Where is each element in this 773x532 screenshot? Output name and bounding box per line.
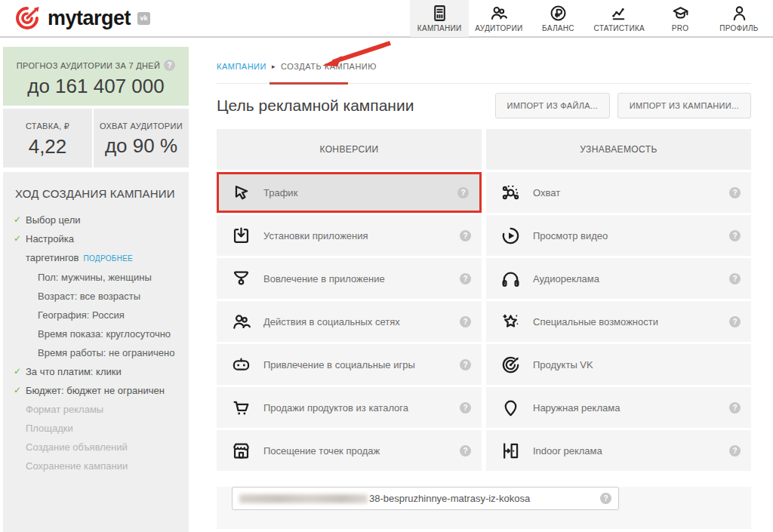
app-install-icon [231, 226, 251, 246]
url-panel: 38-bespruzhinnye-matrasy-iz-kokosa ? [217, 487, 751, 529]
question-icon[interactable]: ? [457, 187, 469, 198]
logo-text: mytarget [48, 7, 131, 30]
progress-step-goal[interactable]: ✓Выбор цели [15, 211, 178, 229]
pro-gradcap-icon [671, 4, 690, 23]
nav-item-audiences[interactable]: АУДИТОРИИ [469, 0, 528, 37]
question-icon[interactable]: ? [729, 273, 741, 284]
goal-row-vk-products[interactable]: Продукты VK [486, 344, 751, 385]
progress-title: ХОД СОЗДАНИЯ КАМПАНИИ [15, 187, 178, 200]
nav-item-statistics[interactable]: СТАТИСТИКА [587, 0, 651, 37]
conversions-column-header: КОНВЕРСИИ [217, 129, 482, 170]
progress-step-label: Создание объявлений [26, 441, 128, 453]
landing-url-input[interactable]: 38-bespruzhinnye-matrasy-iz-kokosa ? [232, 487, 619, 510]
cart-icon [231, 398, 251, 418]
cursor-icon [231, 183, 251, 203]
red-underline-highlight [269, 82, 348, 85]
goal-label: Indoor реклама [533, 445, 602, 457]
breadcrumb-campaigns-link[interactable]: КАМПАНИИ [217, 62, 266, 71]
goal-row-app-engage[interactable]: Вовлечение в приложение? [217, 258, 482, 299]
question-icon[interactable]: ? [164, 60, 175, 71]
goal-row-store-visits[interactable]: Посещение точек продаж? [217, 430, 482, 471]
check-icon: ✓ [14, 362, 21, 381]
campaign-progress-panel: ХОД СОЗДАНИЯ КАМПАНИИ ✓Выбор цели✓Настро… [3, 172, 189, 532]
goal-row-special[interactable]: Специальные возможности? [486, 301, 751, 342]
goal-row-outdoor[interactable]: Наружная реклама? [486, 387, 751, 428]
goal-row-catalog-sales[interactable]: Продажи продуктов из каталога? [217, 387, 482, 428]
question-icon[interactable]: ? [729, 445, 741, 457]
mytarget-logo[interactable]: mytarget vk [14, 5, 150, 32]
goal-label: Наружная реклама [533, 402, 620, 414]
import-from-campaign-button[interactable]: ИМПОРТ ИЗ КАМПАНИИ... [617, 93, 751, 118]
funnel-icon [231, 269, 251, 289]
vk-badge: vk [137, 12, 150, 25]
breadcrumb: КАМПАНИИ ▸ СОЗДАТЬ КАМПАНИЮ [217, 62, 751, 71]
progress-step-label: Выбор цели [26, 214, 80, 226]
awareness-column: УЗНАВАЕМОСТЬ Охват?Просмотр видео?Аудиор… [486, 129, 751, 473]
question-icon[interactable]: ? [460, 445, 471, 457]
check-icon: ✓ [14, 211, 21, 229]
progress-step-save: Сохранение кампании [15, 457, 178, 475]
nav-item-balance[interactable]: БАЛАНС [528, 0, 587, 37]
bid-value: 4,22 [3, 135, 92, 158]
progress-step-label: Сохранение кампании [26, 460, 128, 472]
video-play-icon [500, 226, 521, 246]
nav-item-label: СТАТИСТИКА [593, 24, 645, 32]
bid-stat-box: СТАВКА, ₽ 4,22 [3, 109, 92, 168]
goal-row-reach[interactable]: Охват? [486, 172, 751, 213]
map-pin-icon [500, 398, 521, 418]
progress-step-targeting[interactable]: ✓Настройка таргетинговПОДРОБНЕЕ [15, 229, 178, 268]
progress-step-show-time: Время показа: круглосуточно [15, 324, 178, 343]
nav-item-label: ПРОФИЛЬ [719, 24, 758, 32]
question-icon[interactable]: ? [460, 316, 471, 328]
progress-step-label: За что платим: клики [26, 366, 122, 377]
check-icon: ✓ [14, 381, 21, 400]
progress-step-label: География: Россия [38, 309, 125, 321]
goal-label: Вовлечение в приложение [263, 273, 385, 284]
goal-row-social-games[interactable]: Привлечение в социальные игры? [217, 344, 482, 385]
question-icon[interactable]: ? [729, 402, 741, 414]
podrobnee-link[interactable]: ПОДРОБНЕЕ [84, 254, 134, 263]
nav-item-profile[interactable]: ПРОФИЛЬ [710, 0, 768, 37]
goal-label: Привлечение в социальные игры [263, 359, 415, 371]
progress-step-format: Формат рекламы [15, 400, 178, 419]
question-icon[interactable]: ? [729, 230, 741, 241]
goal-row-video-views[interactable]: Просмотр видео? [486, 215, 751, 256]
mytarget-logo-icon [14, 5, 41, 32]
progress-step-label: Площадки [26, 423, 73, 434]
question-icon[interactable]: ? [460, 402, 471, 414]
forecast-value: до 161 407 000 [3, 75, 189, 98]
nav-item-campaigns[interactable]: КАМПАНИИ [410, 0, 469, 37]
audiences-users-icon [489, 4, 508, 23]
question-icon[interactable]: ? [600, 493, 611, 504]
progress-step-label: Настройка таргетингов [26, 233, 79, 263]
progress-step-label: Пол: мужчины, женщины [38, 272, 152, 283]
question-icon[interactable]: ? [460, 359, 471, 371]
reach-stat-box: ОХВАТ АУДИТОРИИ до 90 % [94, 109, 189, 168]
gamepad-icon [231, 355, 251, 375]
goal-row-indoor[interactable]: Indoor реклама? [486, 430, 751, 471]
progress-step-payment[interactable]: ✓За что платим: клики [15, 362, 178, 381]
progress-step-ads: Создание объявлений [15, 438, 178, 457]
question-icon[interactable]: ? [729, 187, 741, 198]
question-icon[interactable]: ? [460, 230, 471, 241]
question-icon[interactable]: ? [460, 273, 471, 284]
audience-forecast-panel: ПРОГНОЗ АУДИТОРИИ ЗА 7 ДНЕЙ ? до 161 407… [3, 47, 189, 106]
header-divider [217, 83, 751, 84]
nav-item-pro[interactable]: PRO [651, 0, 710, 37]
conversions-column: КОНВЕРСИИ Трафик?Установки приложения?Во… [217, 129, 482, 473]
goal-row-app-installs[interactable]: Установки приложения? [217, 215, 482, 256]
page-title: Цель рекламной кампании [217, 97, 414, 115]
goal-row-traffic[interactable]: Трафик? [217, 172, 482, 213]
check-icon: ✓ [14, 229, 21, 248]
question-icon[interactable]: ? [729, 316, 741, 328]
goal-row-social-action[interactable]: Действия в социальных сетях? [217, 301, 482, 342]
progress-step-work-time: Время работы: не ограничено [15, 343, 178, 362]
progress-step-budget[interactable]: ✓Бюджет: бюджет не ограничен [15, 381, 178, 400]
progress-step-label: Время работы: не ограничено [38, 347, 174, 358]
vk-target-icon [500, 355, 521, 375]
forecast-label: ПРОГНОЗ АУДИТОРИИ ЗА 7 ДНЕЙ [17, 61, 160, 70]
import-from-file-button[interactable]: ИМПОРТ ИЗ ФАЙЛА... [495, 93, 610, 118]
door-icon [500, 441, 521, 461]
goal-row-audio-ads[interactable]: Аудиореклама? [486, 258, 751, 299]
stats-chart-icon [610, 4, 629, 23]
